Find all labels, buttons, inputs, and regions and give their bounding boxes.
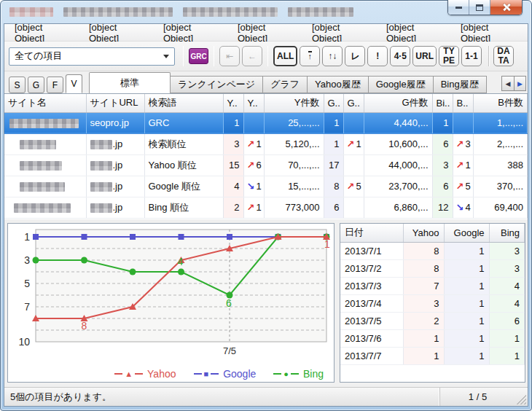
column-header[interactable]: サイトURL: [86, 94, 144, 112]
history-row[interactable]: 2013/7/4 3 1 4: [340, 294, 525, 312]
keyword-cell[interactable]: Yahoo 順位: [144, 154, 223, 176]
column-header[interactable]: サイト名: [4, 94, 86, 112]
site-name-cell[interactable]: [4, 112, 86, 133]
column-header[interactable]: 検索語: [144, 94, 223, 112]
bing-rank-cell[interactable]: 12: [432, 197, 453, 218]
bing-change-cell[interactable]: ↗1: [453, 154, 473, 176]
bing-rank-cell[interactable]: 6: [432, 133, 453, 154]
yahoo-rank-cell[interactable]: 4: [223, 176, 243, 197]
tab-scroll-left-icon[interactable]: ◀: [501, 76, 514, 91]
google-count-cell[interactable]: 4,440,...: [364, 112, 432, 133]
site-url-cell[interactable]: .jp: [86, 154, 144, 176]
site-url-cell[interactable]: .jp: [86, 176, 144, 197]
yahoo-rank-cell[interactable]: 1: [223, 112, 243, 133]
toolbar-button[interactable]: ↑: [300, 46, 320, 66]
site-name-cell[interactable]: [4, 197, 86, 218]
view-mode-tab[interactable]: F: [47, 77, 63, 93]
yahoo-count-cell[interactable]: 773,000: [264, 197, 324, 218]
tab[interactable]: 標準: [89, 72, 171, 93]
history-nav-button[interactable]: ←: [242, 46, 262, 66]
google-change-cell[interactable]: [343, 197, 364, 218]
bing-change-cell[interactable]: [453, 112, 473, 133]
google-rank-cell[interactable]: 1: [324, 112, 343, 133]
column-header[interactable]: G件数: [364, 94, 432, 112]
keyword-cell[interactable]: Bing 順位: [144, 197, 223, 218]
table-row[interactable]: .jp Google 順位 4 ↘1 15,...,... 8 ↗5 23,70…: [4, 176, 528, 197]
history-row[interactable]: 2013/7/7 1 1 1: [340, 347, 525, 364]
history-nav-button[interactable]: ⇤: [219, 46, 240, 66]
column-header[interactable]: Y件数: [264, 94, 324, 112]
google-rank-cell[interactable]: 1: [324, 133, 343, 154]
bing-change-cell[interactable]: ↗5: [453, 176, 473, 197]
google-count-cell[interactable]: 6,860,...: [364, 197, 432, 218]
panel-splitter[interactable]: [335, 223, 340, 383]
yahoo-count-cell[interactable]: 5,120,...: [264, 133, 324, 154]
column-header[interactable]: Bi..: [432, 94, 453, 112]
tab-scroll-right-icon[interactable]: ▶: [514, 76, 526, 91]
keyword-cell[interactable]: GRC: [144, 112, 223, 133]
bing-change-cell[interactable]: ↗3: [453, 133, 473, 154]
table-row[interactable]: .jp Yahoo 順位 15 ↗6 70,...,... 17 44,000,…: [4, 154, 528, 176]
view-mode-tab[interactable]: G: [28, 77, 44, 93]
column-header[interactable]: Google: [444, 224, 489, 242]
site-name-cell[interactable]: [4, 133, 86, 154]
tab[interactable]: グラフ: [263, 76, 308, 93]
history-row[interactable]: 2013/7/5 2 1 6: [340, 312, 525, 329]
bing-count-cell[interactable]: 1,...,...: [473, 112, 528, 133]
yahoo-rank-cell[interactable]: 2: [223, 197, 243, 218]
yahoo-change-cell[interactable]: ↗1: [243, 197, 264, 218]
history-row[interactable]: 2013/7/6 1 1 1: [340, 329, 525, 347]
google-count-cell[interactable]: 10,600,...: [364, 133, 432, 154]
yahoo-rank-cell[interactable]: 15: [223, 154, 243, 176]
yahoo-rank-cell[interactable]: 3: [223, 133, 243, 154]
keyword-cell[interactable]: 検索順位: [144, 133, 223, 154]
tab[interactable]: Bing履歴: [434, 76, 487, 93]
bing-change-cell[interactable]: ↘4: [453, 197, 473, 218]
minimize-button[interactable]: [448, 0, 469, 15]
bing-rank-cell[interactable]: 6: [432, 176, 453, 197]
column-header[interactable]: G..: [343, 94, 364, 112]
toolbar-button[interactable]: !: [367, 46, 388, 66]
bing-count-cell[interactable]: 69,400: [473, 197, 528, 218]
site-url-cell[interactable]: .jp: [86, 197, 144, 218]
column-header[interactable]: 日付: [340, 224, 403, 242]
bing-count-cell[interactable]: 388: [473, 154, 528, 176]
tab[interactable]: Yahoo履歴: [308, 76, 369, 93]
google-change-cell[interactable]: ↗5: [343, 176, 364, 197]
view-mode-tab[interactable]: S: [9, 77, 26, 93]
title-bar[interactable]: [1, 1, 531, 23]
column-header[interactable]: G..: [324, 94, 343, 112]
grc-button[interactable]: GRC: [189, 48, 208, 64]
item-filter-dropdown[interactable]: 全ての項目: [9, 47, 175, 66]
toolbar-button[interactable]: DA TA: [493, 46, 514, 66]
bing-rank-cell[interactable]: 3: [432, 154, 453, 176]
toolbar-button[interactable]: レ: [345, 46, 365, 66]
view-mode-tab[interactable]: V: [66, 74, 82, 93]
column-header[interactable]: Bing: [489, 224, 525, 242]
site-name-cell[interactable]: [4, 176, 86, 197]
google-change-cell[interactable]: [343, 154, 364, 176]
column-header[interactable]: Yahoo: [403, 224, 444, 242]
column-header[interactable]: Y..: [243, 94, 264, 112]
bing-rank-cell[interactable]: 1: [432, 112, 453, 133]
google-change-cell[interactable]: [343, 112, 364, 133]
column-header[interactable]: Y..: [223, 94, 243, 112]
table-row[interactable]: seopro.jp GRC 1 25,...,... 1 4,440,... 1…: [4, 112, 528, 133]
bing-count-cell[interactable]: 2,...,...: [473, 133, 528, 154]
yahoo-change-cell[interactable]: ↗1: [243, 133, 264, 154]
site-url-cell[interactable]: seopro.jp: [86, 112, 144, 133]
history-row[interactable]: 2013/7/1 8 1 3: [340, 242, 525, 259]
bing-count-cell[interactable]: 370,...: [473, 176, 528, 197]
toolbar-button[interactable]: ALL: [273, 46, 297, 66]
google-rank-cell[interactable]: 6: [324, 197, 343, 218]
column-header[interactable]: B..: [453, 94, 473, 112]
yahoo-count-cell[interactable]: 15,...,...: [264, 176, 324, 197]
yahoo-count-cell[interactable]: 25,...,...: [264, 112, 324, 133]
tab[interactable]: Google履歴: [369, 76, 434, 93]
yahoo-change-cell[interactable]: ↗6: [243, 154, 264, 176]
history-row[interactable]: 2013/7/2 8 1 3: [340, 259, 525, 277]
google-rank-cell[interactable]: 8: [324, 176, 343, 197]
table-row[interactable]: .jp Bing 順位 2 ↗1 773,000 6 6,860,... 12 …: [4, 197, 528, 218]
yahoo-change-cell[interactable]: ↘1: [243, 176, 264, 197]
close-button[interactable]: [490, 0, 522, 15]
